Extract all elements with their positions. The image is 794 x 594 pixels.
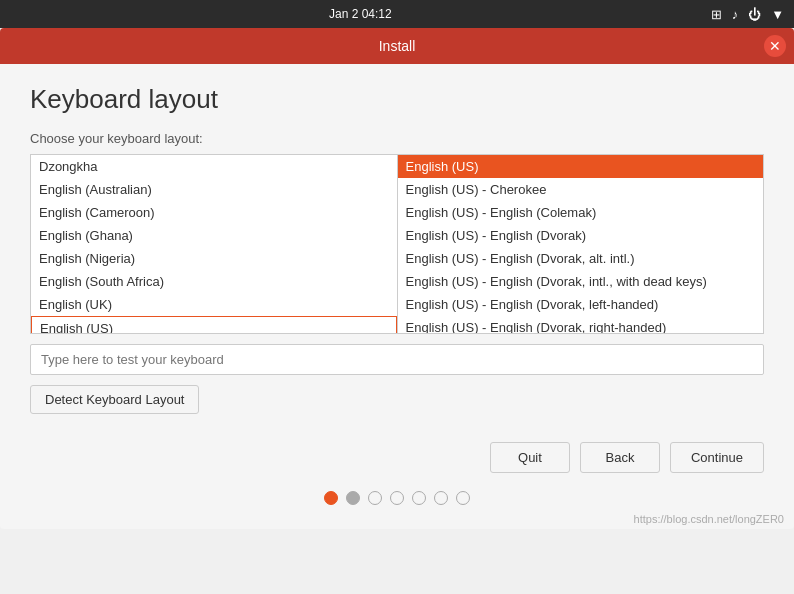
progress-indicator: [0, 481, 794, 513]
volume-icon: ♪: [732, 7, 739, 22]
progress-dot: [434, 491, 448, 505]
keyboard-test-input[interactable]: [30, 344, 764, 375]
close-button[interactable]: ✕: [764, 35, 786, 57]
footer-watermark: https://blog.csdn.net/longZER0: [0, 513, 794, 529]
clock: Jan 2 04:12: [329, 7, 392, 21]
list-item[interactable]: English (UK): [31, 293, 397, 316]
title-bar: Install ✕: [0, 28, 794, 64]
section-label: Choose your keyboard layout:: [30, 131, 764, 146]
system-tray: ⊞ ♪ ⏻ ▼: [711, 7, 784, 22]
progress-dot: [324, 491, 338, 505]
menu-icon: ▼: [771, 7, 784, 22]
power-icon: ⏻: [748, 7, 761, 22]
top-bar: Jan 2 04:12 ⊞ ♪ ⏻ ▼: [0, 0, 794, 28]
list-item[interactable]: English (US) - English (Colemak): [398, 201, 764, 224]
continue-button[interactable]: Continue: [670, 442, 764, 473]
list-item[interactable]: English (Cameroon): [31, 201, 397, 224]
progress-dot: [346, 491, 360, 505]
variant-list[interactable]: English (US)English (US) - CherokeeEngli…: [397, 154, 765, 334]
network-icon: ⊞: [711, 7, 722, 22]
language-list[interactable]: DzongkhaEnglish (Australian)English (Cam…: [30, 154, 397, 334]
lists-container: DzongkhaEnglish (Australian)English (Cam…: [30, 154, 764, 334]
main-content: Keyboard layout Choose your keyboard lay…: [0, 64, 794, 430]
install-window: Install ✕ Keyboard layout Choose your ke…: [0, 28, 794, 529]
detect-keyboard-button[interactable]: Detect Keyboard Layout: [30, 385, 199, 414]
list-item[interactable]: English (South Africa): [31, 270, 397, 293]
list-item[interactable]: Dzongkha: [31, 155, 397, 178]
window-title: Install: [379, 38, 416, 54]
list-item[interactable]: English (US): [398, 155, 764, 178]
quit-button[interactable]: Quit: [490, 442, 570, 473]
list-item[interactable]: English (Australian): [31, 178, 397, 201]
progress-dot: [412, 491, 426, 505]
progress-dot: [368, 491, 382, 505]
list-item[interactable]: English (US) - English (Dvorak, right-ha…: [398, 316, 764, 334]
list-item[interactable]: English (US) - English (Dvorak, intl., w…: [398, 270, 764, 293]
list-item[interactable]: English (US) - Cherokee: [398, 178, 764, 201]
list-item[interactable]: English (Ghana): [31, 224, 397, 247]
list-item[interactable]: English (US) - English (Dvorak, alt. int…: [398, 247, 764, 270]
navigation-bar: Quit Back Continue: [0, 430, 794, 481]
page-title: Keyboard layout: [30, 84, 764, 115]
list-item[interactable]: English (US): [31, 316, 397, 334]
progress-dot: [390, 491, 404, 505]
list-item[interactable]: English (US) - English (Dvorak): [398, 224, 764, 247]
list-item[interactable]: English (US) - English (Dvorak, left-han…: [398, 293, 764, 316]
back-button[interactable]: Back: [580, 442, 660, 473]
progress-dot: [456, 491, 470, 505]
list-item[interactable]: English (Nigeria): [31, 247, 397, 270]
